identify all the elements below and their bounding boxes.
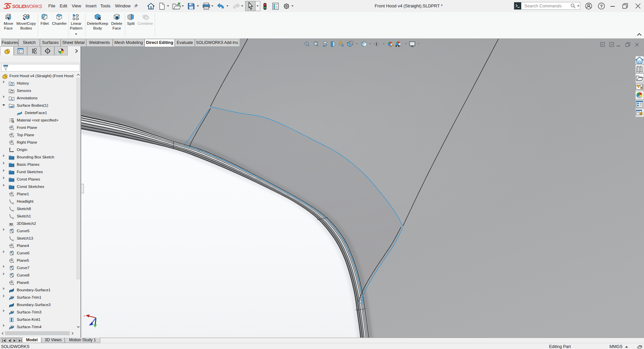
svg-text:SOLID: SOLID: [12, 4, 26, 9]
svg-text:A: A: [10, 97, 13, 101]
svg-text:?: ?: [600, 4, 603, 9]
svg-text:A: A: [341, 43, 344, 47]
svg-text:3D: 3D: [9, 222, 13, 226]
svg-text:x: x: [84, 314, 85, 317]
svg-text:WORKS: WORKS: [25, 4, 42, 9]
